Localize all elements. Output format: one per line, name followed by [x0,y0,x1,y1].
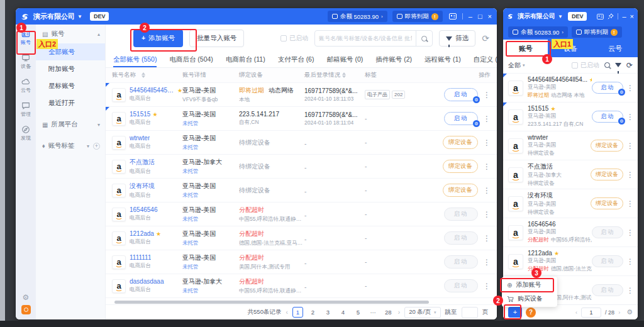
refresh-icon[interactable]: ⟳ [626,61,633,70]
more-actions-icon[interactable]: ⋮ [626,229,634,236]
more-actions-icon[interactable]: ⋮ [483,115,491,123]
list-item[interactable]: a 16546546★ 亚马逊-美国 分配超时中国55,呼和浩特,联... 启动… [503,218,638,247]
item-action-button[interactable]: 启动⚙ [592,284,623,296]
help-icon[interactable]: ? [526,308,536,318]
sidebar-item[interactable]: 附加账号 [36,60,105,77]
search-button[interactable] [416,31,432,46]
filter-all-select[interactable]: 全部▾ [508,61,525,70]
item-action-button[interactable]: 启动⚙ [592,82,623,94]
sidebar-item[interactable]: 最近打开 [36,94,105,111]
account-name-link[interactable]: 1212ada [130,230,154,237]
more-actions-icon[interactable]: ⋮ [483,91,491,99]
account-name-link[interactable]: wtrwter [130,135,150,141]
account-name-link[interactable]: 16546546 [130,206,158,213]
more-actions-icon[interactable]: ⋮ [626,258,634,265]
list-item[interactable]: a 没有环境★ 亚马逊-美国 待绑定设备 绑定设备⚙ ⋮ [503,189,638,218]
search-input[interactable] [315,35,416,42]
row-action-button[interactable]: 启动⚙ [444,112,478,125]
category-tab[interactable]: 邮箱账号 (0) [326,52,363,67]
item-action-button[interactable]: 绑定设备⚙ [591,140,623,152]
more-actions-icon[interactable]: ⋮ [626,200,634,208]
account-name-link[interactable]: 544564ll544564... [130,87,175,94]
expire-pill[interactable]: 即将到期 ! [572,26,622,38]
item-action-button[interactable]: 绑定设备⚙ [591,169,623,180]
minimize-button[interactable]: – [622,13,626,20]
rail-item-devices[interactable]: 设备 [21,53,31,70]
account-name-link[interactable]: 151515 [130,111,150,118]
row-action-button[interactable]: 启动⚙ [444,88,478,101]
add-account-button[interactable]: +添加账号 [133,30,183,47]
next-page-icon[interactable]: › [398,309,400,316]
close-button[interactable]: × [630,13,634,20]
rail-item-manage[interactable]: 管理 [21,101,31,118]
more-actions-icon[interactable]: ⋮ [626,142,634,150]
list-item[interactable]: a 1212ada★ 亚马逊-美国 分配超时德国,德国-法兰克福... 启动⚙ … [503,247,638,276]
page-number[interactable]: 5 [353,307,364,318]
rail-item-discover[interactable]: 发现 [21,125,31,141]
minimize-button[interactable]: – [469,13,472,20]
list-item[interactable]: a 不点激活★ 亚马逊-加拿大 待绑定设备 绑定设备⚙ ⋮ [503,160,638,189]
balance-pill[interactable]: 余额 50283.90 › [328,11,387,22]
row-action-button[interactable]: 启动⚙ [444,279,478,292]
rail-item-cloud[interactable]: 云号 [21,77,31,94]
more-actions-icon[interactable]: ⋮ [483,235,491,242]
list-item[interactable]: a 544564ll544564ll54...★ 亚马逊-美国 即将过期动态网络… [503,74,638,103]
pin-icon[interactable] [608,13,614,19]
current-page-input[interactable]: 1 [581,308,601,318]
more-actions-icon[interactable]: ⋮ [483,163,491,170]
collapse-icon[interactable]: ▴ [97,31,100,37]
support-icon[interactable] [21,305,31,314]
more-actions-icon[interactable]: ⋮ [483,187,491,194]
category-tab[interactable]: 自定义 (26) [474,52,497,67]
category-tab[interactable]: 插件账号 (2) [375,52,412,67]
prev-page-icon[interactable]: ‹ [286,309,287,316]
more-actions-icon[interactable]: ⋮ [626,171,634,179]
page-number[interactable]: 2 [308,307,318,318]
contact-card-icon[interactable] [597,14,604,19]
account-name-link[interactable]: 没有环境 [130,182,155,191]
row-action-button[interactable]: 绑定设备⚙ [443,136,478,149]
sidebar-group-platform[interactable]: ▦ 所属平台 ▾ [36,116,105,133]
contact-card-icon[interactable] [449,13,457,19]
page-number[interactable]: 28 [383,307,394,318]
balance-pill[interactable]: 余额 50283.90 › [508,26,568,38]
sidebar-group-tags[interactable]: ⬧ 账号标签 ▾ + [36,138,105,154]
list-item[interactable]: a wtrwter★ 亚马逊-美国 待绑定设备 绑定设备⚙ ⋮ [503,131,638,160]
checkbox[interactable] [572,62,578,69]
category-tab[interactable]: 支付平台 (6) [278,52,314,67]
sort-icon[interactable] [342,72,346,78]
page-size-select[interactable]: 20 条/页▾ [404,307,440,318]
settings-gear-icon[interactable]: ⚙ [626,308,633,316]
category-tab[interactable]: 全部账号 (550) [113,52,157,67]
sort-icon[interactable] [142,72,145,78]
page-number[interactable]: 4 [338,307,348,318]
expire-pill[interactable]: 即将到期 ! [392,11,443,22]
started-checkbox-label[interactable]: 已启动 [280,34,308,43]
category-tab[interactable]: 远程账号 (1) [425,52,461,67]
menu-item-add-account[interactable]: ⊕ 添加账号 [502,278,557,292]
row-action-button[interactable]: 启动⚙ [444,231,478,245]
more-actions-icon[interactable]: ⋮ [483,282,491,290]
row-action-button[interactable]: 启动⚙ [444,208,478,221]
close-button[interactable]: × [488,13,492,20]
row-action-button[interactable]: 绑定设备⚙ [443,160,478,173]
started-checkbox-label[interactable]: 已启动 [572,61,599,70]
item-action-button[interactable]: 启动⚙ [592,111,623,123]
account-name-link[interactable]: 不点激活 [130,158,155,167]
item-action-button[interactable]: 启动⚙ [592,255,623,267]
filter-button[interactable]: 筛选 [439,30,475,47]
more-actions-icon[interactable]: ⋮ [483,258,491,266]
more-actions-icon[interactable]: ⋮ [626,84,634,92]
horizontal-scrollbar[interactable] [114,301,429,304]
sidebar-item[interactable]: 星标账号 [36,77,105,94]
item-action-button[interactable]: 启动⚙ [592,226,623,238]
page-number[interactable]: ⋯ [368,307,379,318]
company-name[interactable]: 演示有限公司 [33,12,75,21]
row-action-button[interactable]: 绑定设备⚙ [443,184,478,197]
account-name-link[interactable]: dasdasdaaa [130,278,164,285]
item-action-button[interactable]: 绑定设备⚙ [591,197,623,209]
funnel-icon[interactable] [615,63,621,67]
category-tab[interactable]: 电商前台 (11) [226,52,265,67]
batch-import-button[interactable]: 批量导入账号 [189,30,244,47]
tab-cloud[interactable]: 云号 [593,40,638,57]
